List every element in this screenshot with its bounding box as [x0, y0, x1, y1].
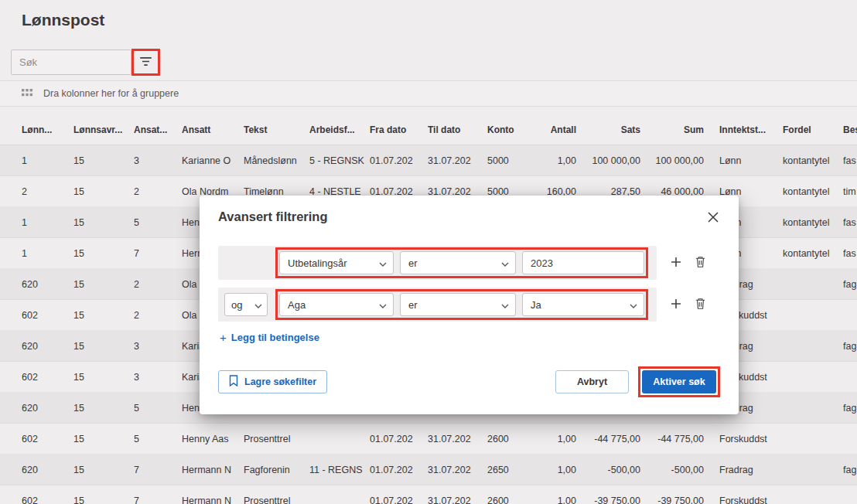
table-cell: 15	[73, 248, 134, 259]
table-row[interactable]: 602155Henny AasProsenttrel01.07.20231.07…	[0, 424, 857, 455]
column-header[interactable]: Til dato	[428, 124, 487, 135]
table-cell: 1,00	[530, 434, 576, 444]
column-header[interactable]: Inntektst...	[719, 124, 783, 135]
group-by-bar[interactable]: Dra kolonner her for å gruppere	[0, 80, 857, 107]
table-cell: 3	[134, 155, 182, 166]
table-row[interactable]: 620157Hermann NFagforenin11 - REGNS01.07…	[0, 455, 857, 485]
table-row[interactable]: 1153Karianne OMånedslønn5 - REGNSK01.07.…	[0, 145, 857, 176]
table-cell: 2600	[487, 495, 530, 504]
table-cell: 100 000,00	[576, 155, 640, 166]
table-cell: 2650	[487, 465, 530, 475]
filter-icon	[139, 56, 152, 69]
column-header[interactable]: Sum	[640, 124, 719, 135]
column-header[interactable]: Lønn...	[22, 124, 73, 135]
add-condition-button[interactable]	[671, 298, 681, 312]
delete-condition-button[interactable]	[695, 297, 706, 312]
table-row[interactable]: 602157Hermann NProsenttrel01.07.20231.07…	[0, 485, 857, 504]
table-cell: 01.07.202	[370, 434, 428, 444]
table-cell: 15	[73, 186, 134, 197]
table-cell: 7	[134, 465, 182, 475]
table-header-row: Lønn...Lønnsavr...Ansat...AnsattTekstArb…	[0, 114, 857, 145]
chevron-down-icon	[501, 257, 509, 269]
table-cell: 5	[134, 217, 182, 228]
column-header[interactable]: Sats	[576, 124, 640, 135]
plus-icon	[671, 257, 681, 270]
conjunction-select[interactable]: og	[224, 293, 268, 316]
filter-value-select[interactable]: Ja	[522, 293, 644, 316]
chevron-down-icon	[379, 257, 387, 269]
close-button[interactable]	[706, 211, 720, 225]
column-header[interactable]: Antall	[530, 124, 576, 135]
table-cell: 7	[134, 495, 182, 504]
apply-search-button[interactable]: Aktiver søk	[642, 370, 716, 393]
table-cell: 2600	[487, 434, 530, 444]
column-header[interactable]: Konto	[487, 124, 530, 135]
table-cell: Forskuddst	[719, 495, 783, 504]
table-cell: -39 750,00	[640, 495, 719, 504]
table-cell: 15	[73, 217, 134, 228]
condition-row: Utbetalingsår er	[218, 246, 706, 280]
table-cell: 5	[134, 403, 182, 414]
table-cell: -500,00	[640, 465, 719, 475]
table-cell: 5 - REGNSK	[309, 155, 370, 166]
table-cell: Hermann N	[182, 465, 244, 475]
table-cell: fas	[843, 217, 857, 228]
save-search-filter-button[interactable]: Lagre søkefilter	[218, 370, 327, 393]
save-search-filter-label: Lagre søkefilter	[244, 376, 316, 387]
column-header[interactable]: Arbeidsf...	[309, 124, 370, 135]
table-cell: fag	[843, 403, 857, 414]
table-cell: fas	[843, 155, 857, 166]
table-cell: Henny Aas	[182, 434, 244, 444]
table-cell: 1	[22, 248, 73, 259]
drag-grid-icon	[22, 87, 32, 100]
advanced-filter-modal: Avansert filtrering Utbetalingsår	[200, 196, 739, 414]
column-header[interactable]: Fordel	[783, 124, 843, 135]
table-cell: Lønn	[719, 155, 783, 166]
filter-field-select[interactable]: Utbetalingsår	[279, 251, 394, 274]
condition-row: og Aga er	[218, 288, 706, 322]
column-header[interactable]: Ansatt	[182, 124, 244, 135]
filter-operator-select[interactable]: er	[400, 293, 516, 316]
cancel-button[interactable]: Avbryt	[555, 370, 629, 393]
table-cell: 01.07.202	[370, 465, 428, 475]
table-cell: 15	[73, 434, 134, 444]
column-header[interactable]: Ansat...	[134, 124, 182, 135]
table-cell: 620	[22, 279, 73, 290]
table-cell: 15	[73, 495, 134, 504]
table-cell: fas	[843, 248, 857, 259]
table-cell: Karianne O	[182, 155, 244, 166]
table-cell: -39 750,00	[576, 495, 640, 504]
column-header[interactable]: Tekst	[244, 124, 309, 135]
page-title: Lønnspost	[22, 11, 104, 29]
table-cell: fag	[843, 279, 857, 290]
table-cell: Prosenttrel	[244, 434, 309, 444]
table-cell: 1,00	[530, 495, 576, 504]
filter-value-input[interactable]	[522, 251, 644, 274]
filter-field-select[interactable]: Aga	[279, 293, 394, 316]
delete-condition-button[interactable]	[695, 255, 706, 271]
table-cell: 5000	[487, 155, 530, 166]
table-cell: 15	[73, 155, 134, 166]
filter-annotation-box	[131, 49, 160, 76]
table-cell: 602	[22, 372, 73, 383]
table-cell: 31.07.202	[428, 495, 487, 504]
table-cell: 1,00	[530, 465, 576, 475]
filter-operator-select[interactable]: er	[400, 251, 516, 274]
add-condition-link[interactable]: + Legg til betingelse	[220, 332, 319, 343]
search-input[interactable]	[11, 49, 131, 75]
column-header[interactable]: Lønnsavr...	[73, 124, 134, 135]
filter-value-text: Ja	[531, 299, 541, 311]
table-cell: Fradrag	[719, 465, 783, 475]
table-cell: 01.07.202	[370, 495, 428, 504]
table-cell: 11 - REGNS	[309, 465, 370, 475]
column-header[interactable]: Fra dato	[370, 124, 428, 135]
chevron-down-icon	[379, 299, 387, 311]
modal-title: Avansert filtrering	[218, 209, 328, 224]
column-header[interactable]: Bes...	[843, 124, 857, 135]
table-cell: 01.07.202	[370, 155, 428, 166]
advanced-filter-button[interactable]	[135, 52, 157, 73]
add-condition-button[interactable]	[671, 257, 681, 270]
table-cell: kontantytel	[783, 248, 843, 259]
group-by-hint: Dra kolonner her for å gruppere	[43, 88, 179, 99]
table-cell: kontantytel	[783, 217, 843, 228]
